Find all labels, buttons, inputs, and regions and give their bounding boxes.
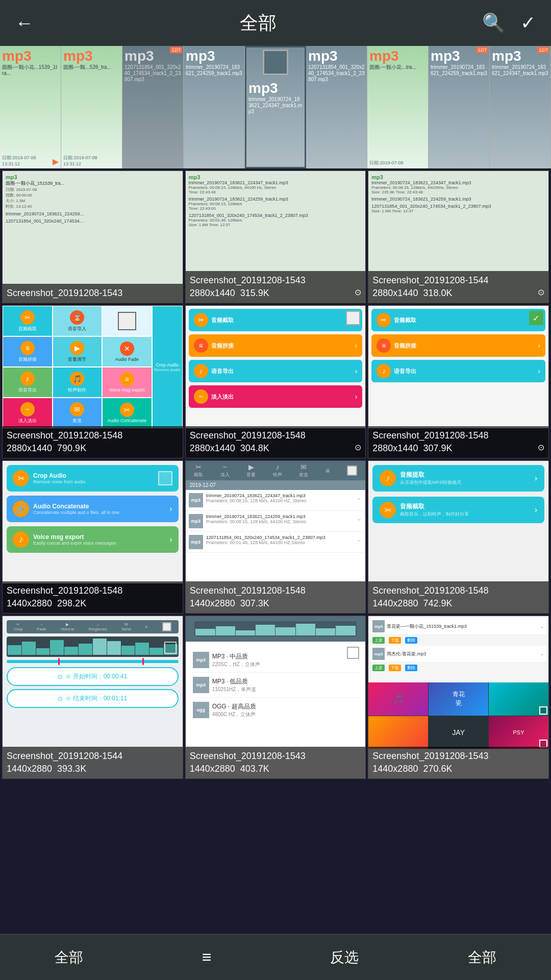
- screenshot-thumb[interactable]: mp3 trimmer_20190724_183621_224347_track…: [368, 170, 549, 303]
- screenshot-label: Screenshot_20191208-15481440x2880 307.3K: [186, 581, 366, 613]
- screenshot-label: Screenshot_20191208-15482880x1440 307.9K…: [368, 426, 548, 458]
- music-strip-row: mp3 圆圈-一颗小花...1539_1tra... 日期:2019-07-08…: [0, 46, 551, 168]
- screenshot-label: Screenshot_20191208-15432880x1440 315.9K…: [186, 271, 366, 303]
- music-item[interactable]: mp3 trimmer_20190724_183621_224347_track…: [245, 46, 306, 168]
- music-item[interactable]: mp3 trimmer_20190724_183621_224259_track…: [184, 46, 245, 168]
- screenshot-thumb[interactable]: mp3 trimmer_20190724_183621_224347_track…: [185, 170, 366, 303]
- screenshot-label: Screenshot_20191208-15431440x2880 403.7K: [186, 747, 366, 778]
- music-item[interactable]: mp3 1207131854_001_320x240_174534_track1…: [306, 46, 367, 168]
- nav-deselect-button[interactable]: 反选: [276, 935, 413, 980]
- search-button[interactable]: 🔍: [482, 12, 505, 34]
- screenshot-label: Screenshot_20191208-15431440x2880 270.6K: [368, 747, 548, 778]
- page-title: 全部: [240, 11, 277, 36]
- back-button[interactable]: ←: [15, 12, 34, 34]
- row3-grid: ✂ 音频截取 ≡ 音频拼接 ♪ 语音导出 ~ 淡入淡出: [0, 305, 551, 460]
- screenshot-thumb[interactable]: mp3 青花瓷—一颗小花_151539_track1.mp3 ⌄ 上架 下载 删…: [368, 616, 549, 779]
- confirm-button[interactable]: ✓: [520, 12, 536, 34]
- screenshot-thumb[interactable]: ♪ 音频提取 从压缩包中提取MP3/转换格式 › ✂ 音频截取 截取音乐，以制铃…: [368, 460, 549, 614]
- music-item[interactable]: mp3 圆圈-一颗小花...1539_1tra... 日期:2019-07-08…: [0, 46, 61, 168]
- music-item[interactable]: mp3 trimmer_20190724_183621_224259_track…: [429, 46, 490, 168]
- screenshot-thumb[interactable]: mp3 MP3 · 中品质 220SC，HZ，立体声 mp3 MP3 · 低品质…: [185, 616, 366, 779]
- screenshot-thumb[interactable]: ✂ 音频截取 › ≡ 音频拼接 › ♪ 语音导出 › ~ 淡入淡出 ›: [185, 305, 366, 458]
- row2-grid: mp3 圆圈-一颗小花_151539_tra... 日期: 2019-07-08…: [0, 168, 551, 305]
- nav-menu-button[interactable]: ≡: [138, 935, 276, 980]
- music-item[interactable]: mp3 圆圈-一颗小花...tra... 日期:2019-07-08: [367, 46, 429, 168]
- screenshot-thumb[interactable]: ✂Crop ~Fade ▶Volume ♪Ringtones ✉Send ≡: [2, 616, 183, 779]
- row4-grid: ✂ Crop Audio Remove noise from audio 🔗 A…: [0, 460, 551, 616]
- screenshot-label: Screenshot_20191208-15442880x1440 318.0K…: [368, 271, 548, 303]
- screenshot-thumb[interactable]: ✂ 音频截取 › ≡ 音频拼接 › ♪ 语音导出 › ✓ Screenshot_…: [368, 305, 549, 458]
- nav-select-all-button[interactable]: 全部: [413, 935, 551, 980]
- music-item[interactable]: mp3 trimmer_20190724_183621_224347_track…: [490, 46, 551, 168]
- screenshot-label: Screenshot_20191208-1543: [3, 284, 183, 303]
- screenshot-thumb[interactable]: ✂截取 ~淡入 ▶音量 ♪铃声 ✉发送 ≡ 2019-12-07 mp3 tri…: [185, 460, 366, 614]
- screenshot-label: Screenshot_20191208-15441440x2880 393.3K: [3, 747, 183, 778]
- screenshot-thumb[interactable]: mp3 圆圈-一颗小花_151539_tra... 日期: 2019-07-08…: [2, 170, 183, 303]
- nav-all-button[interactable]: 全部: [0, 935, 138, 980]
- screenshot-thumb[interactable]: ✂ 音频截取 ≡ 音频拼接 ♪ 语音导出 ~ 淡入淡出: [2, 305, 183, 458]
- screenshot-label: Screenshot_20191208-15481440x2880 742.9K: [368, 581, 548, 613]
- screenshot-thumb[interactable]: ✂ Crop Audio Remove noise from audio 🔗 A…: [2, 460, 183, 614]
- music-item[interactable]: mp3 圆圈-一颗...539_tra... 日期:2019-07-0813:3…: [61, 46, 122, 168]
- music-item[interactable]: mp3 1207131854_001_320x240_174534_track1…: [122, 46, 184, 168]
- app-header: ← 全部 🔍 ✓: [0, 0, 551, 46]
- row5-grid: ✂Crop ~Fade ▶Volume ♪Ringtones ✉Send ≡: [0, 616, 551, 781]
- screenshot-label: Screenshot_20191208-15482880x1440 790.9K: [3, 426, 183, 458]
- main-content: mp3 圆圈-一颗小花...1539_1tra... 日期:2019-07-08…: [0, 46, 551, 832]
- bottom-navigation: 全部 ≡ 反选 全部: [0, 934, 551, 980]
- screenshot-label: Screenshot_20191208-15482880x1440 304.8K…: [186, 426, 366, 458]
- screenshot-label: Screenshot_20191208-15481440x2880 298.2K: [3, 581, 183, 613]
